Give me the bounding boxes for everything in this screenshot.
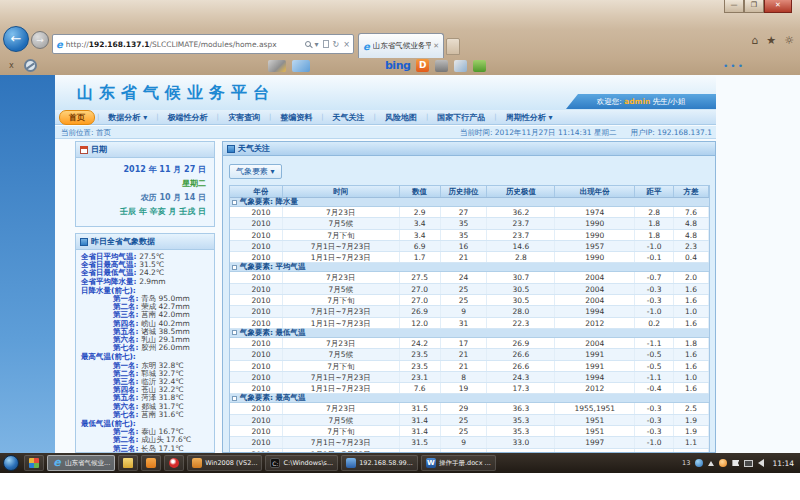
- taskbar-task-0[interactable]: [24, 455, 44, 471]
- main-nav: 首页|数据分析 ▾|极端性分析|灾害查询|整编资料|天气关注|风险地图|国家下行…: [55, 110, 716, 125]
- taskbar-clock[interactable]: 11:14: [772, 459, 794, 468]
- cell: 26.9: [400, 306, 441, 316]
- tray-globe-icon[interactable]: [695, 459, 703, 467]
- maximize-button[interactable]: ❐: [744, 0, 764, 13]
- gutter-cell: [230, 318, 240, 328]
- taskbar-task-4[interactable]: [164, 455, 184, 471]
- section-row-3[interactable]: 气象要素: 最高气温: [230, 394, 709, 403]
- cell: -0.5: [635, 349, 674, 359]
- cell: 1月1日~7月23日: [283, 318, 400, 328]
- cell: 1951: [555, 426, 635, 436]
- section-row-1[interactable]: 气象要素: 平均气温: [230, 263, 709, 272]
- table-row[interactable]: 20107月1日~7月23日6.91614.61957-1.02.3: [230, 241, 709, 252]
- table-row[interactable]: 20107月23日2.92736.219742.87.6: [230, 207, 709, 218]
- forward-button[interactable]: →: [31, 31, 49, 49]
- favorites-star-icon[interactable]: ★: [766, 34, 776, 47]
- table-row[interactable]: 20107月1日~7月23日26.9928.01994-1.01.0: [230, 306, 709, 317]
- table-row[interactable]: 20107月1日~7月23日23.1824.31994-1.11.0: [230, 372, 709, 383]
- nav-item-7[interactable]: 国家下行产品: [428, 111, 494, 124]
- table-row[interactable]: 20107月5候23.52126.61991-0.51.6: [230, 349, 709, 360]
- nav-item-3[interactable]: 灾害查询: [219, 111, 269, 124]
- welcome-ribbon: 欢迎您: admin 先生/小姐: [566, 94, 716, 109]
- rdp-icon: [346, 458, 356, 468]
- search-icon[interactable]: [305, 41, 311, 47]
- table-row[interactable]: 20107月23日24.21726.92004-1.11.8: [230, 338, 709, 349]
- tray-sogou-icon[interactable]: [719, 459, 727, 467]
- settings-gear-icon[interactable]: ☼: [784, 34, 794, 47]
- dropdown-arrow-icon[interactable]: ▾: [315, 40, 319, 49]
- more-dots-icon[interactable]: •••: [723, 61, 745, 71]
- ie-icon: e: [52, 458, 62, 468]
- url-text[interactable]: http://192.168.137.1/SLCCLIMATE/modules/…: [66, 40, 305, 49]
- address-bar[interactable]: e http://192.168.137.1/SLCCLIMATE/module…: [52, 34, 354, 54]
- cell: 1.6: [674, 318, 709, 328]
- tab-close-icon[interactable]: ✕: [433, 42, 439, 50]
- nav-item-1[interactable]: 数据分析 ▾: [99, 111, 156, 124]
- toolbar-close-icon[interactable]: x: [9, 61, 14, 70]
- docin-icon[interactable]: D: [416, 59, 429, 72]
- back-button[interactable]: ←: [3, 26, 29, 52]
- table-row[interactable]: 20107月23日27.52430.72004-0.72.0: [230, 272, 709, 283]
- cell: 1.8: [635, 230, 674, 240]
- tray-action-center-flag-icon[interactable]: [732, 460, 739, 466]
- table-row[interactable]: 20107月5候27.02530.52004-0.31.6: [230, 284, 709, 295]
- table-row[interactable]: 20107月5候31.42535.31951-0.31.9: [230, 415, 709, 426]
- taskbar-task-8[interactable]: W操作手册.docx ...: [421, 455, 496, 471]
- brush-icon[interactable]: [454, 60, 467, 72]
- nav-item-6[interactable]: 风险地图: [376, 111, 426, 124]
- cell: 7月5候: [283, 284, 400, 294]
- taskbar-task-6[interactable]: C:C:\Windows\s...: [265, 455, 338, 471]
- home-icon[interactable]: ⌂: [751, 34, 758, 47]
- nav-item-0[interactable]: 首页: [59, 110, 95, 125]
- new-tab-button[interactable]: [446, 38, 460, 55]
- tray-show-hidden-icon[interactable]: [708, 461, 714, 466]
- tray-volume-icon[interactable]: [758, 459, 764, 467]
- taskbar-task-3[interactable]: [141, 455, 161, 471]
- nav-item-5[interactable]: 天气关注: [324, 111, 374, 124]
- blocked-icon[interactable]: [24, 59, 37, 72]
- col-header-0: 年份: [240, 186, 283, 197]
- minimize-button[interactable]: —: [724, 0, 744, 13]
- cell: 31.4: [400, 426, 441, 436]
- section-checkbox[interactable]: [232, 265, 237, 270]
- compatibility-icon[interactable]: [323, 40, 329, 48]
- stop-icon[interactable]: ×: [343, 40, 350, 49]
- cell: 9: [441, 437, 488, 447]
- section-row-2[interactable]: 气象要素: 最低气温: [230, 329, 709, 338]
- taskbar-task-5[interactable]: Win2008 (VS2...: [187, 455, 262, 471]
- bing-logo[interactable]: bing: [385, 59, 410, 72]
- cell: -0.3: [635, 295, 674, 305]
- nav-item-8[interactable]: 周期性分析 ▾: [497, 111, 562, 124]
- cell: 2.0: [674, 272, 709, 282]
- table-row[interactable]: 20107月下旬27.02530.52004-0.31.6: [230, 295, 709, 306]
- section-checkbox[interactable]: [232, 396, 237, 401]
- start-button[interactable]: [3, 455, 19, 471]
- section-checkbox[interactable]: [232, 330, 237, 335]
- element-filter-button[interactable]: 气象要素 ▾: [229, 164, 282, 179]
- table-row[interactable]: 20107月下旬3.43523.719901.84.8: [230, 230, 709, 241]
- section-checkbox[interactable]: [232, 200, 237, 205]
- toolbar-mail-icon[interactable]: [292, 60, 310, 72]
- table-row[interactable]: 20107月1日~7月23日31.5933.01997-1.01.1: [230, 437, 709, 448]
- nav-item-4[interactable]: 整编资料: [271, 111, 321, 124]
- cell: 1990: [555, 230, 635, 240]
- taskbar-task-7[interactable]: 192.168.58.99...: [341, 455, 418, 471]
- gutter-cell: [230, 186, 240, 197]
- taskbar-task-1[interactable]: e山东省气候业...: [47, 455, 115, 471]
- camera-icon[interactable]: [435, 60, 448, 72]
- command-bar: x bing D •••: [0, 58, 800, 75]
- nav-item-2[interactable]: 极端性分析: [159, 111, 217, 124]
- refresh-icon[interactable]: ↻: [333, 40, 340, 49]
- cell: 24.3: [487, 372, 555, 382]
- taskbar-task-2[interactable]: [118, 455, 138, 471]
- addon-puzzle-icon[interactable]: [473, 60, 486, 72]
- browser-tab[interactable]: e 山东省气候业务平... ✕: [358, 33, 444, 58]
- close-button[interactable]: ✕: [764, 0, 792, 13]
- table-row[interactable]: 20107月5候3.43523.719901.84.8: [230, 218, 709, 229]
- tray-network-icon[interactable]: [744, 460, 753, 467]
- section-row-0[interactable]: 气象要素: 降水量: [230, 198, 709, 207]
- table-row[interactable]: 20107月下旬23.52126.61991-0.51.6: [230, 361, 709, 372]
- toolbar-card-icon[interactable]: [268, 60, 286, 72]
- table-row[interactable]: 20107月23日31.52936.31955,1951-0.32.5: [230, 403, 709, 414]
- table-row[interactable]: 20107月下旬31.42535.31951-0.31.9: [230, 426, 709, 437]
